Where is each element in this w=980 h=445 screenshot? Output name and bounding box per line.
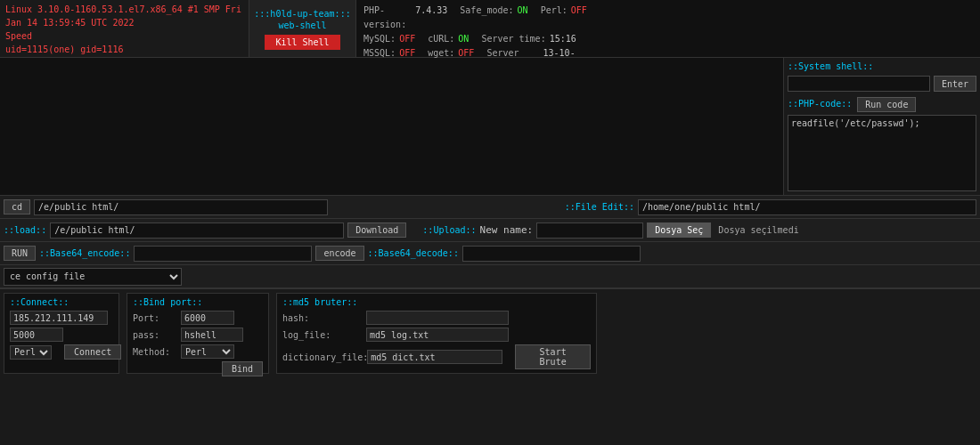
download-label: ::load:: (4, 225, 46, 235)
run-button[interactable]: RUN (4, 246, 36, 261)
download-path-input[interactable] (50, 222, 344, 239)
md5-hash-input[interactable] (366, 311, 509, 325)
team-label: :::h0ld-up-team::: web-shell (254, 8, 350, 31)
cd-path-input[interactable] (34, 199, 328, 215)
md5-dict-file-label: dictionary_file: (282, 352, 363, 362)
safe-mode-value: ON (518, 4, 528, 32)
start-brute-button[interactable]: Start Brute (515, 344, 591, 369)
perl-label: Perl: (541, 4, 568, 32)
terminal-textarea[interactable] (0, 58, 783, 195)
bind-title: ::Bind port:: (133, 297, 263, 307)
connect-method-select[interactable]: Perl (10, 345, 52, 360)
bind-port-label: Port: (133, 313, 177, 323)
config-bar: ce config file (0, 265, 980, 288)
connect-title: ::Connect:: (10, 297, 113, 307)
encode-button[interactable]: encode (315, 246, 363, 261)
bind-button[interactable]: Bind (222, 361, 263, 376)
php-code-textarea[interactable]: readfile('/etc/passwd'); (788, 115, 976, 191)
config-select[interactable]: ce config file (4, 268, 182, 286)
bind-port-input[interactable] (181, 311, 234, 325)
md5-hash-label: hash: (282, 313, 363, 323)
mysql-label: MySQL: (363, 32, 396, 46)
uid-info: uid=1115(one) gid=1116 (5, 43, 243, 56)
php-code-title: ::PHP-code:: (788, 99, 852, 109)
system-shell-input[interactable] (788, 76, 930, 92)
choose-file-button[interactable]: Dosya Seç (647, 222, 711, 238)
php-version-label: PHP-version: (363, 4, 412, 32)
base64-encode-label: ::Base64_encode:: (39, 248, 130, 258)
perl-value: OFF (571, 4, 587, 32)
bind-panel: ::Bind port:: Port: pass: Method: Perl B… (127, 293, 269, 374)
right-panel: ::System shell:: Enter ::PHP-code:: Run … (784, 58, 980, 195)
safe-mode-label: Safe_mode: (460, 4, 513, 32)
terminal-area (0, 58, 784, 195)
run-code-button[interactable]: Run code (857, 97, 916, 112)
new-name-input[interactable] (536, 222, 643, 239)
base64-decode-input[interactable] (462, 246, 641, 262)
mysql-value: OFF (399, 32, 415, 46)
base64-encode-input[interactable] (134, 246, 312, 262)
no-file-label: Dosya seçilmedi (718, 225, 798, 235)
speed-info: Speed (5, 29, 243, 43)
bind-method-select[interactable]: Perl (181, 344, 234, 359)
curl-label: cURL: (428, 32, 454, 46)
base64-bar: RUN ::Base64_encode:: encode ::Base64_de… (0, 242, 980, 265)
php-version-value: 7.4.33 (415, 4, 447, 32)
top-bar: Linux 3.10.0-1160.53.1.el7.x86_64 #1 SMP… (0, 0, 980, 58)
bind-method-label: Method: (133, 347, 177, 357)
kernel-info: Linux 3.10.0-1160.53.1.el7.x86_64 #1 SMP… (5, 3, 243, 29)
bind-pass-label: pass: (133, 330, 177, 340)
team-panel: :::h0ld-up-team::: web-shell Kill Shell (249, 0, 356, 57)
md5-panel: ::md5 bruter:: hash: log_file: dictionar… (276, 293, 597, 374)
middle-section: ::System shell:: Enter ::PHP-code:: Run … (0, 58, 980, 196)
system-shell-title: ::System shell:: (788, 61, 976, 71)
md5-title: ::md5 bruter:: (282, 297, 591, 307)
file-edit-path-input[interactable] (638, 199, 976, 215)
server-time-label: Server time: (481, 32, 545, 46)
kill-shell-button[interactable]: Kill Shell (265, 35, 339, 50)
cd-button[interactable]: cd (4, 199, 30, 214)
connect-panel: ::Connect:: Perl Connect (4, 293, 119, 374)
base64-decode-label: ::Base64_decode:: (368, 248, 459, 258)
bind-pass-input[interactable] (181, 328, 243, 342)
sys-info-panel: Linux 3.10.0-1160.53.1.el7.x86_64 #1 SMP… (0, 0, 249, 57)
upload-section: ::Upload:: New name: Dosya Seç Dosya seç… (422, 222, 976, 239)
download-button[interactable]: Download (347, 222, 406, 238)
php-info-panel: PHP-version: 7.4.33 Safe_mode: ON Perl: … (356, 0, 980, 57)
download-upload-bar: ::load:: Download ::Upload:: New name: D… (0, 219, 980, 242)
system-shell-section: ::System shell:: Enter (788, 61, 976, 92)
file-edit-label: ::File Edit:: (565, 202, 634, 212)
connect-button[interactable]: Connect (64, 344, 121, 360)
bottom-panels: ::Connect:: Perl Connect ::Bind port:: P… (0, 288, 980, 377)
md5-dict-file-input[interactable] (367, 350, 502, 364)
connect-port-input[interactable] (10, 328, 63, 342)
enter-button[interactable]: Enter (934, 76, 976, 92)
php-code-section: ::PHP-code:: Run code readfile('/etc/pas… (788, 97, 976, 191)
md5-log-file-label: log_file: (282, 330, 363, 340)
file-edit-bar: cd ::File Edit:: (0, 196, 980, 219)
md5-log-file-input[interactable] (366, 328, 509, 342)
server-time-value: 15:16 (550, 32, 576, 46)
new-name-label: New name: (480, 224, 534, 236)
curl-value: ON (458, 32, 469, 46)
connect-ip-input[interactable] (10, 311, 108, 325)
upload-label: ::Upload:: (422, 225, 476, 235)
